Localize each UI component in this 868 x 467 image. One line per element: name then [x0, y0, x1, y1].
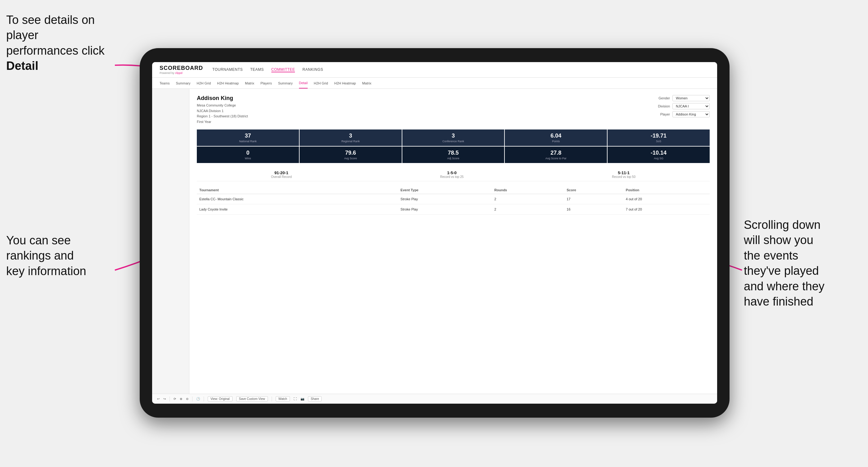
toolbar-view-original[interactable]: View: Original	[208, 396, 232, 402]
division-select[interactable]: NJCAA I	[673, 103, 710, 109]
record-value-overall: 91-20-1	[271, 170, 292, 175]
stat-value-avgscoretpar: 27.8	[507, 150, 604, 156]
record-overall: 91-20-1 Overall Record	[271, 170, 292, 179]
toolbar-refresh[interactable]: ⟳	[174, 397, 176, 401]
annotation-text-br5: and where they	[744, 280, 825, 293]
stat-national-rank: 37 National Rank	[197, 129, 299, 146]
record-top25: 1-5-0 Record vs top 25	[440, 170, 464, 179]
division-control-row: Division NJCAA I	[653, 103, 710, 109]
annotation-text-br6: have finished	[744, 295, 813, 308]
stat-label-points: Points	[507, 140, 604, 143]
toolbar-watch[interactable]: Watch	[276, 396, 290, 402]
stat-label-regional: Regional Rank	[302, 140, 399, 143]
sub-nav: Teams Summary H2H Grid H2H Heatmap Matri…	[152, 77, 717, 89]
division-label: Division	[653, 104, 670, 108]
record-top50: 5-11-1 Record vs top 50	[612, 170, 636, 179]
logo-title: SCOREBOARD	[160, 65, 203, 71]
stat-avg-sg: -10.14 Avg SG	[608, 147, 710, 163]
stat-label-avgscore: Avg Score	[302, 157, 399, 160]
table-row[interactable]: Lady Coyote Invite Stroke Play 2 16 7 ou…	[197, 204, 710, 215]
sub-nav-teams[interactable]: Teams	[160, 77, 169, 89]
tablet-screen: SCOREBOARD Powered by clippd TOURNAMENTS…	[152, 62, 717, 404]
stat-value-avgscore: 79.6	[302, 150, 399, 156]
col-position: Position	[623, 186, 710, 194]
toolbar-undo[interactable]: ↩	[157, 397, 160, 401]
nav-item-teams[interactable]: TEAMS	[250, 67, 264, 72]
player-label: Player	[653, 113, 670, 116]
col-rounds: Rounds	[492, 186, 564, 194]
player-region: Region 1 - Southwest (18) District	[197, 114, 248, 119]
gender-control-row: Gender Women	[653, 95, 710, 101]
sub-nav-summary2[interactable]: Summary	[278, 77, 293, 89]
logo-sub: Powered by clippd	[160, 71, 203, 74]
toolbar-redo[interactable]: ↪	[163, 397, 166, 401]
annotation-bottom-left: You can see rankings and key information	[6, 233, 118, 279]
content-area: Addison King Mesa Community College NJCA…	[152, 89, 717, 394]
toolbar-zoom-in[interactable]: ⊕	[180, 397, 182, 401]
sub-nav-matrix[interactable]: Matrix	[245, 77, 254, 89]
sub-nav-matrix2[interactable]: Matrix	[362, 77, 371, 89]
annotation-text-bl1: You can see	[6, 234, 71, 247]
toolbar-sep-2	[192, 397, 192, 402]
stat-value-national: 37	[199, 132, 297, 139]
stat-value-regional: 3	[302, 132, 399, 139]
record-value-top25: 1-5-0	[440, 170, 464, 175]
stat-sos: -19.71 SoS	[608, 129, 710, 146]
player-control-row: Player Addison King	[653, 111, 710, 117]
player-division: NJCAA Division 1	[197, 108, 248, 114]
stat-label-national: National Rank	[199, 140, 297, 143]
toolbar-zoom-out[interactable]: ⊖	[186, 397, 188, 401]
toolbar-expand[interactable]: ⛶	[294, 397, 297, 401]
sub-nav-players[interactable]: Players	[260, 77, 272, 89]
gender-label: Gender	[653, 96, 670, 100]
annotation-text-bl3: key information	[6, 264, 86, 278]
stat-label-sos: SoS	[610, 140, 707, 143]
toolbar-screenshot[interactable]: 📷	[301, 397, 304, 401]
stat-conference-rank: 3 Conference Rank	[402, 129, 504, 146]
stat-value-conference: 3	[405, 132, 502, 139]
top-nav-items: TOURNAMENTS TEAMS COMMITTEE RANKINGS	[212, 67, 323, 72]
sub-nav-h2hgrid2[interactable]: H2H Grid	[314, 77, 328, 89]
top-nav: SCOREBOARD Powered by clippd TOURNAMENTS…	[152, 62, 717, 77]
nav-item-committee[interactable]: COMMITTEE	[271, 67, 295, 72]
sub-nav-h2hheatmap[interactable]: H2H Heatmap	[217, 77, 239, 89]
annotation-top-left: To see details on player performances cl…	[6, 12, 112, 74]
player-header: Addison King Mesa Community College NJCA…	[197, 95, 710, 125]
record-label-top50: Record vs top 50	[612, 175, 636, 179]
toolbar-clock[interactable]: 🕐	[196, 397, 200, 401]
stats-row-2: 0 Wins 79.6 Avg Score 78.5 Adj Score 27.…	[197, 147, 710, 163]
gender-select[interactable]: Women	[673, 95, 710, 101]
sub-nav-h2hgrid[interactable]: H2H Grid	[196, 77, 211, 89]
toolbar-share[interactable]: Share	[308, 396, 322, 402]
stat-regional-rank: 3 Regional Rank	[300, 129, 402, 146]
nav-item-rankings[interactable]: RANKINGS	[302, 67, 323, 72]
stat-value-wins: 0	[199, 150, 297, 156]
stat-avg-score: 79.6 Avg Score	[300, 147, 402, 163]
player-select[interactable]: Addison King	[673, 111, 710, 117]
col-score: Score	[564, 186, 623, 194]
tournament-table: Tournament Event Type Rounds Score Posit…	[197, 186, 710, 215]
stat-value-adjscore: 78.5	[405, 150, 502, 156]
nav-item-tournaments[interactable]: TOURNAMENTS	[212, 67, 243, 72]
table-row[interactable]: Estella CC- Mountain Classic Stroke Play…	[197, 194, 710, 204]
stats-row-1: 37 National Rank 3 Regional Rank 3 Confe…	[197, 129, 710, 146]
annotation-text-1: To see details on player performances cl…	[6, 13, 104, 57]
player-school: Mesa Community College	[197, 103, 248, 108]
col-tournament: Tournament	[197, 186, 398, 194]
cell-position-2: 7 out of 20	[623, 204, 710, 215]
stat-value-sos: -19.71	[610, 132, 707, 139]
bottom-toolbar: ↩ ↪ ⟳ ⊕ ⊖ 🕐 View: Original Save Custom V…	[152, 394, 717, 404]
annotation-text-br4: they've played	[744, 264, 819, 277]
sub-nav-h2hheatmap2[interactable]: H2H Heatmap	[334, 77, 356, 89]
stat-label-avgscoretpar: Avg Score to Par	[507, 157, 604, 160]
stat-avg-score-par: 27.8 Avg Score to Par	[505, 147, 607, 163]
logo-area: SCOREBOARD Powered by clippd	[160, 65, 203, 74]
toolbar-save-custom[interactable]: Save Custom View	[236, 396, 268, 402]
cell-score-2: 16	[564, 204, 623, 215]
sub-nav-summary[interactable]: Summary	[176, 77, 190, 89]
stat-value-points: 6.04	[507, 132, 604, 139]
player-info: Addison King Mesa Community College NJCA…	[197, 95, 248, 125]
player-name: Addison King	[197, 95, 248, 101]
stat-label-adjscore: Adj Score	[405, 157, 502, 160]
sub-nav-detail[interactable]: Detail	[299, 77, 308, 89]
